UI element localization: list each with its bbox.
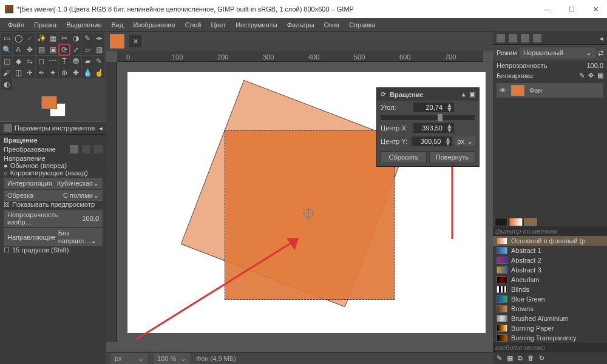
menu-tools[interactable]: Инструменты — [231, 19, 282, 30]
gradient-item[interactable]: Abstract 1 — [493, 246, 607, 255]
direction-normal[interactable]: Обычное (вперед) — [4, 162, 103, 169]
gradient-item[interactable]: Browns — [493, 304, 607, 314]
rotate-button[interactable]: Повернуть — [429, 151, 475, 163]
tool-align[interactable]: ▤ — [36, 44, 47, 55]
dialog-detach-icon[interactable]: ▣ — [469, 90, 475, 98]
tool-measure[interactable]: A — [13, 44, 24, 55]
tool-perspective[interactable]: ▧ — [93, 44, 104, 55]
tool-warp[interactable]: 〰 — [47, 56, 58, 67]
tool-by-color[interactable]: ▦ — [47, 33, 58, 44]
minimize-button[interactable]: — — [540, 5, 554, 13]
channels-tab-icon[interactable] — [509, 34, 517, 42]
menu-filters[interactable]: Фильтры — [283, 19, 319, 30]
tool-clone[interactable]: ⊕ — [59, 67, 70, 78]
tool-blur[interactable]: 💧 — [82, 67, 93, 78]
tool-scissors[interactable]: ✂ — [59, 33, 70, 44]
gradient-tag-input[interactable] — [493, 343, 607, 352]
image-opacity[interactable]: Непрозрачность изобр…100,0 — [4, 210, 103, 227]
angle-input[interactable]: ▲▼ — [413, 103, 454, 112]
gradients-tab[interactable] — [524, 218, 537, 226]
close-button[interactable]: ✕ — [589, 5, 602, 13]
transform-selection-icon[interactable] — [82, 145, 90, 153]
tool-color-picker[interactable]: ⌯ — [93, 33, 104, 44]
grad-refresh-icon[interactable]: ↻ — [539, 354, 544, 362]
dock-menu-icon[interactable]: ◂ — [600, 35, 603, 42]
gradient-item[interactable]: Blinds — [493, 285, 607, 294]
lock-position-icon[interactable]: ✥ — [588, 72, 594, 79]
undo-tab-icon[interactable] — [533, 34, 541, 42]
center-x-input[interactable]: ▲▼ — [413, 123, 454, 133]
direction-corrective[interactable]: Корректирующее (назад) — [4, 169, 103, 177]
tool-heal[interactable]: ✚ — [70, 67, 81, 78]
tool-mypaint[interactable]: ✦ — [47, 67, 58, 78]
visibility-icon[interactable]: 👁 — [500, 87, 506, 94]
layer-item[interactable]: 👁 Фон — [497, 83, 603, 98]
gradient-filter-input[interactable] — [493, 226, 607, 236]
mode-switch-icon[interactable]: ⇄ — [598, 49, 603, 57]
clipping-dropdown[interactable]: ОбрезкаС полями — [4, 190, 103, 201]
tool-ink[interactable]: ✒ — [36, 67, 47, 78]
grad-edit-icon[interactable]: ✎ — [497, 354, 502, 362]
gradient-item[interactable]: Burning Paper — [493, 323, 607, 333]
tool-ellipse-select[interactable]: ◯ — [13, 33, 24, 44]
image-close[interactable]: ✕ — [129, 35, 141, 47]
gradient-item[interactable]: Burning Transparency — [493, 333, 607, 343]
tool-foreground[interactable]: ◑ — [70, 33, 81, 44]
grad-del-icon[interactable]: 🗑 — [527, 354, 534, 362]
unit-dropdown[interactable]: px — [455, 136, 475, 146]
menu-view[interactable]: Вид — [107, 19, 128, 30]
grad-dup-icon[interactable]: ⧉ — [518, 354, 523, 362]
menu-file[interactable]: Файл — [4, 19, 29, 30]
patterns-tab[interactable] — [509, 218, 523, 226]
tool-paintbrush[interactable]: 🖌 — [1, 67, 12, 78]
status-unit[interactable]: px — [111, 353, 148, 364]
transform-path-icon[interactable] — [94, 145, 103, 153]
tool-free-select[interactable]: ⟋ — [24, 33, 35, 44]
tool-handle[interactable]: ◆ — [13, 56, 24, 67]
image-thumb[interactable] — [110, 34, 124, 49]
gradient-item[interactable]: Blue Green — [493, 294, 607, 304]
panel-menu-icon[interactable]: ◂ — [99, 124, 103, 132]
gradient-item[interactable]: Aneurism — [493, 275, 607, 285]
layer-mode-dropdown[interactable]: Нормальный — [520, 47, 595, 58]
canvas-area[interactable]: 0 100 200 300 400 500 600 700 — [106, 51, 493, 352]
menu-help[interactable]: Справка — [345, 19, 379, 30]
status-zoom[interactable]: 100 % — [154, 353, 190, 364]
show-preview-check[interactable]: Показывать предпросмотр — [4, 201, 103, 209]
tool-pencil[interactable]: ✎ — [93, 56, 104, 67]
layer-opacity-value[interactable]: 100,0 — [586, 62, 603, 69]
rotation-pivot[interactable] — [304, 209, 313, 218]
gradient-item[interactable]: Abstract 2 — [493, 255, 607, 265]
tool-move[interactable]: ✥ — [24, 44, 35, 55]
tool-airbrush[interactable]: ✈ — [24, 67, 35, 78]
tool-rotate[interactable]: ⟳ — [59, 44, 70, 55]
brushes-tab[interactable] — [495, 218, 508, 226]
menu-edit[interactable]: Правка — [30, 19, 61, 30]
reset-button[interactable]: Сбросить — [381, 151, 427, 163]
center-y-input[interactable]: ▲▼ — [412, 136, 452, 146]
gradient-item[interactable]: Abstract 3 — [493, 265, 607, 275]
lock-alpha-icon[interactable]: ▦ — [597, 72, 603, 79]
tool-rect-select[interactable]: ▭ — [1, 33, 12, 44]
tool-crop[interactable]: ▣ — [47, 44, 58, 55]
menu-image[interactable]: Изображение — [129, 19, 179, 30]
gradient-item[interactable]: Brushed Aluminium — [493, 314, 607, 323]
maximize-button[interactable]: ☐ — [565, 5, 578, 13]
tool-bucket[interactable]: ⛃ — [70, 56, 81, 67]
tool-cage[interactable]: ◻ — [36, 56, 47, 67]
tool-smudge[interactable]: ☝ — [93, 67, 104, 78]
tool-flip[interactable]: ⇋ — [24, 56, 35, 67]
tool-shear[interactable]: ▱ — [82, 44, 93, 55]
dialog-collapse-icon[interactable]: ▴ — [462, 90, 466, 98]
tool-zoom[interactable]: 🔍 — [1, 44, 12, 55]
guides-dropdown[interactable]: НаправляющиеБез направл… — [4, 228, 103, 246]
angle-slider[interactable] — [381, 115, 475, 120]
lock-pixels-icon[interactable]: ✎ — [579, 72, 585, 79]
gradient-item[interactable]: Основной в фоновый (р — [493, 236, 607, 246]
fifteen-degrees-check[interactable]: 15 градусов (Shift) — [4, 246, 103, 254]
transform-layer-icon[interactable] — [70, 145, 78, 153]
menu-color[interactable]: Цвет — [206, 19, 230, 30]
tool-paths[interactable]: ✎ — [82, 33, 93, 44]
swatch-fg[interactable] — [41, 96, 57, 109]
menu-windows[interactable]: Окна — [320, 19, 344, 30]
